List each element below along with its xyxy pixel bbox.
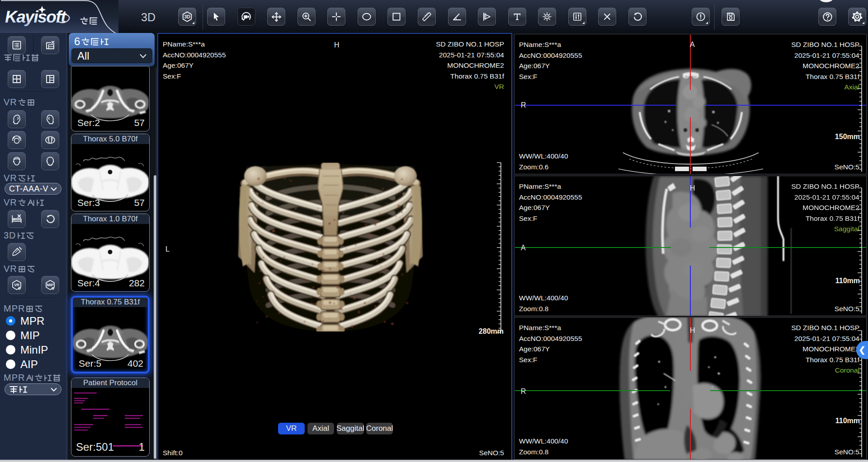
svg-text:MIP: MIP bbox=[47, 283, 53, 287]
svg-text:3D: 3D bbox=[184, 14, 190, 19]
svg-text:VR: VR bbox=[14, 283, 19, 287]
svg-text:Kayisoft: Kayisoft bbox=[5, 8, 67, 26]
